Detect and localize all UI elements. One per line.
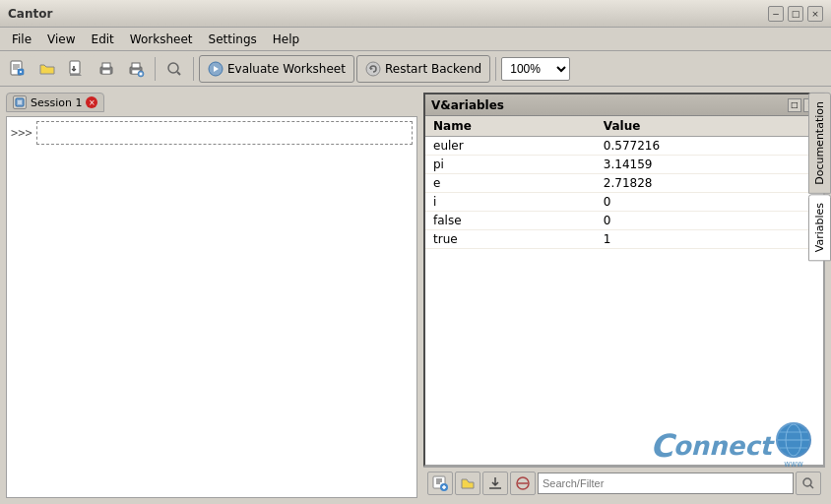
table-row[interactable]: true1: [425, 230, 823, 249]
table-header-row: Name Value: [425, 116, 823, 137]
session-icon: [13, 95, 27, 109]
variable-name-cell: true: [425, 230, 596, 249]
variables-title: V&ariables: [431, 98, 504, 112]
menu-file[interactable]: File: [4, 31, 39, 48]
download-button[interactable]: [63, 55, 91, 83]
menu-bar: File View Edit Worksheet Settings Help: [0, 28, 831, 51]
side-tab-variables[interactable]: Variables: [808, 194, 831, 261]
variables-import-button[interactable]: [455, 472, 480, 495]
evaluate-worksheet-button[interactable]: Evaluate Worksheet: [199, 55, 354, 83]
left-panel: Session 1 × >>>: [0, 87, 423, 504]
svg-point-39: [803, 478, 811, 486]
session-tab[interactable]: Session 1 ×: [6, 93, 104, 112]
menu-worksheet[interactable]: Worksheet: [122, 31, 201, 48]
svg-line-40: [810, 485, 813, 488]
open-button[interactable]: [33, 55, 61, 83]
variable-name-cell: euler: [425, 137, 596, 156]
svg-rect-10: [102, 63, 110, 68]
minimize-button[interactable]: −: [768, 6, 784, 22]
zoom-select[interactable]: 100% 50% 75% 125% 150%: [501, 57, 570, 81]
svg-point-17: [168, 63, 178, 73]
variables-download-button[interactable]: [482, 472, 508, 495]
table-row[interactable]: pi3.14159: [425, 156, 823, 174]
print-preview-button[interactable]: [122, 55, 150, 83]
variable-value-cell: 0.577216: [596, 137, 823, 156]
svg-rect-13: [132, 63, 140, 68]
toolbar: Evaluate Worksheet Restart Backend 100% …: [0, 51, 831, 87]
side-tab-documentation[interactable]: Documentation: [808, 93, 831, 194]
column-header-value: Value: [596, 116, 823, 137]
worksheet-area: >>>: [6, 116, 417, 498]
svg-rect-21: [16, 98, 24, 106]
main-content: Session 1 × >>> V&ariables □ ×: [0, 87, 831, 504]
variables-search-button[interactable]: [796, 472, 821, 495]
menu-settings[interactable]: Settings: [201, 31, 265, 48]
toolbar-separator-3: [495, 57, 496, 81]
title-bar: Cantor − □ ×: [0, 0, 831, 28]
variable-value-cell: 0: [596, 212, 823, 230]
variable-value-cell: 3.14159: [596, 156, 823, 174]
close-button[interactable]: ×: [807, 6, 823, 22]
right-panel: V&ariables □ × Name Value euler0.5: [423, 87, 831, 504]
variables-add-button[interactable]: [427, 472, 453, 495]
find-button[interactable]: [160, 55, 188, 83]
variable-name-cell: e: [425, 174, 596, 193]
variables-window: V&ariables □ × Name Value euler0.5: [423, 93, 825, 467]
variable-value-cell: 0: [596, 193, 823, 212]
variables-clear-button[interactable]: [510, 472, 536, 495]
variable-value-cell: 1: [596, 230, 823, 249]
variables-titlebar: V&ariables □ ×: [425, 94, 823, 116]
session-tabs: Session 1 ×: [6, 93, 417, 112]
variable-name-cell: false: [425, 212, 596, 230]
window-title: Cantor: [8, 7, 52, 21]
svg-rect-7: [70, 61, 80, 74]
menu-edit[interactable]: Edit: [84, 31, 122, 48]
toolbar-separator-1: [155, 57, 156, 81]
worksheet-input[interactable]: [36, 121, 413, 145]
session-close-button[interactable]: ×: [86, 96, 97, 108]
menu-help[interactable]: Help: [265, 31, 307, 48]
svg-line-18: [177, 72, 180, 75]
svg-rect-11: [102, 70, 110, 74]
variable-name-cell: pi: [425, 156, 596, 174]
maximize-button[interactable]: □: [788, 6, 803, 22]
prompt-label: >>>: [11, 126, 32, 140]
variables-table: Name Value euler0.577216pi3.14159e2.7182…: [425, 116, 823, 465]
session-label: Session 1: [31, 96, 82, 109]
svg-point-16: [140, 72, 143, 75]
side-tabs: Documentation Variables: [808, 93, 831, 261]
table-row[interactable]: false0: [425, 212, 823, 230]
window-controls: − □ ×: [768, 6, 823, 22]
toolbar-separator-2: [193, 57, 194, 81]
restart-backend-button[interactable]: Restart Backend: [356, 55, 490, 83]
table-row[interactable]: i0: [425, 193, 823, 212]
search-filter-input[interactable]: [538, 472, 794, 494]
table-row[interactable]: euler0.577216: [425, 137, 823, 156]
restart-backend-label: Restart Backend: [385, 62, 481, 76]
evaluate-worksheet-label: Evaluate Worksheet: [227, 62, 346, 76]
print-button[interactable]: [93, 55, 120, 83]
variable-name-cell: i: [425, 193, 596, 212]
variables-toolbar: [423, 467, 825, 498]
new-button[interactable]: [4, 55, 32, 83]
variable-value-cell: 2.71828: [596, 174, 823, 193]
menu-view[interactable]: View: [39, 31, 83, 48]
variables-maximize-button[interactable]: □: [788, 98, 801, 112]
input-row: >>>: [11, 121, 413, 145]
column-header-name: Name: [425, 116, 596, 137]
table-row[interactable]: e2.71828: [425, 174, 823, 193]
